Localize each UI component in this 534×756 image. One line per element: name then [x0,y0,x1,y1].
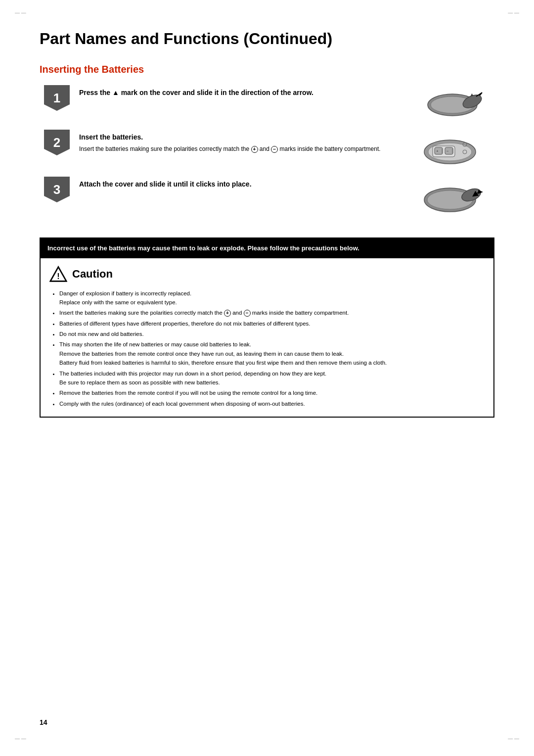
caution-item-8: Comply with the rules (ordinance) of eac… [59,399,485,408]
caution-item-5: This may shorten the life of new batteri… [59,340,485,367]
svg-text:!: ! [57,271,59,280]
corner-mark-br: — — [508,736,519,741]
caution-title: Caution [72,268,113,281]
step-1-main-text: Press the ▲ mark on the cover and slide … [79,88,400,98]
corner-mark-bl: — — [15,736,26,741]
step-2-content: Insert the batteries. Insert the batteri… [74,130,400,153]
caution-item-1: Danger of explosion if battery is incorr… [59,289,485,307]
step-1-content: Press the ▲ mark on the cover and slide … [74,85,400,100]
step-3-svg [413,177,492,219]
minus-symbol: − [271,146,278,153]
step-1-svg: ▲ [413,85,492,125]
svg-text:▲: ▲ [470,92,474,97]
page: — — — — — — — — Part Names and Functions… [0,0,534,756]
caution-item-3: Batteries of different types have differ… [59,319,485,328]
caution-item-4: Do not mix new and old batteries. [59,330,485,338]
page-number: 14 [40,718,47,726]
step-3-main-text: Attach the cover and slide it until it c… [79,180,400,189]
warning-header-text: Incorrect use of the batteries may cause… [47,244,359,252]
plus-symbol: + [251,146,258,153]
step-3-badge: 3 [44,177,70,202]
step-3-content: Attach the cover and slide it until it c… [74,177,400,191]
step-1-image: ▲ [410,85,494,125]
step-1-number-col: 1 [40,85,74,111]
step-2-svg: + − [413,130,492,172]
corner-mark-tr: — — [508,10,519,15]
step-3-image [410,177,494,219]
caution-item-2: Insert the batteries making sure the pol… [59,308,485,317]
svg-rect-8 [442,148,443,153]
caution-list: Danger of explosion if battery is incorr… [49,289,485,409]
corner-mark-tl: — — [15,10,26,15]
step-2-row: 2 Insert the batteries. Insert the batte… [40,130,494,172]
step-2-sub-text: Insert the batteries making sure the pol… [79,144,400,153]
svg-text:−: − [446,149,449,153]
minus-sym-2: − [244,310,251,317]
page-title: Part Names and Functions (Continued) [40,30,494,52]
svg-rect-11 [452,148,453,153]
step-2-number-col: 2 [40,130,74,155]
steps-container: 1 Press the ▲ mark on the cover and slid… [40,85,494,224]
svg-text:+: + [436,149,439,153]
step-1-row: 1 Press the ▲ mark on the cover and slid… [40,85,494,125]
warning-header: Incorrect use of the batteries may cause… [41,238,493,258]
caution-triangle-icon: ! [49,265,67,283]
step-1-badge: 1 [44,85,70,111]
caution-item-7: Remove the batteries from the remote con… [59,388,485,397]
section-title: Inserting the Batteries [40,64,494,75]
caution-item-6: The batteries included with this project… [59,369,485,387]
step-2-main-text: Insert the batteries. [79,133,400,142]
caution-title-row: ! Caution [49,265,485,283]
plus-sym-2: + [224,310,231,317]
warning-caution-box: Incorrect use of the batteries may cause… [40,237,494,418]
step-3-number-col: 3 [40,177,74,202]
step-2-image: + − [410,130,494,172]
step-2-badge: 2 [44,130,70,155]
caution-body: ! Caution Danger of explosion if battery… [41,258,493,417]
step-3-row: 3 Attach the cover and slide it until it… [40,177,494,219]
